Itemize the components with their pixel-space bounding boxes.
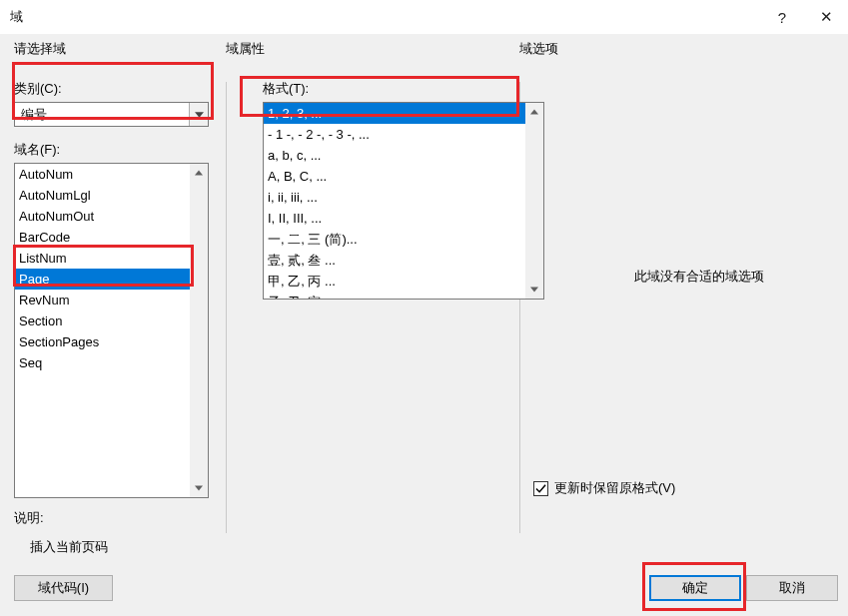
category-combo[interactable]: 编号 bbox=[14, 102, 209, 127]
list-item[interactable]: I, II, III, ... bbox=[264, 208, 525, 229]
chevron-down-icon[interactable] bbox=[189, 103, 208, 126]
list-item[interactable]: 一, 二, 三 (简)... bbox=[264, 229, 525, 250]
list-item[interactable]: Page bbox=[15, 269, 190, 290]
no-options-text: 此域没有合适的域选项 bbox=[564, 218, 834, 286]
fieldname-listbox[interactable]: AutoNumAutoNumLglAutoNumOutBarCodeListNu… bbox=[14, 163, 209, 498]
close-button[interactable]: ✕ bbox=[804, 0, 848, 34]
format-label: 格式(T): bbox=[263, 80, 544, 98]
description-text: 插入当前页码 bbox=[30, 538, 108, 556]
fieldname-label: 域名(F): bbox=[14, 141, 209, 159]
list-item[interactable]: BarCode bbox=[15, 227, 190, 248]
scroll-up-icon[interactable] bbox=[190, 164, 208, 182]
list-item[interactable]: 甲, 乙, 丙 ... bbox=[264, 271, 525, 292]
list-item[interactable]: a, b, c, ... bbox=[264, 145, 525, 166]
list-item[interactable]: Section bbox=[15, 310, 190, 331]
format-listbox[interactable]: 1, 2, 3, ...- 1 -, - 2 -, - 3 -, ...a, b… bbox=[263, 102, 544, 300]
select-field-header: 请选择域 bbox=[14, 40, 226, 58]
list-item[interactable]: A, B, C, ... bbox=[264, 166, 525, 187]
list-item[interactable]: 壹, 贰, 叁 ... bbox=[264, 250, 525, 271]
list-item[interactable]: 1, 2, 3, ... bbox=[264, 103, 525, 124]
description-label: 说明: bbox=[14, 509, 44, 527]
scroll-down-icon[interactable] bbox=[190, 479, 208, 497]
category-label: 类别(C): bbox=[14, 80, 209, 98]
field-codes-button[interactable]: 域代码(I) bbox=[14, 575, 113, 601]
list-item[interactable]: 子, 丑, 寅 ... bbox=[264, 292, 525, 299]
list-item[interactable]: AutoNumOut bbox=[15, 206, 190, 227]
scroll-down-icon[interactable] bbox=[525, 281, 543, 299]
scrollbar[interactable] bbox=[525, 103, 543, 299]
list-item[interactable]: Seq bbox=[15, 352, 190, 373]
scrollbar[interactable] bbox=[190, 164, 208, 497]
cancel-button[interactable]: 取消 bbox=[746, 575, 838, 601]
list-item[interactable]: AutoNumLgl bbox=[15, 185, 190, 206]
options-header: 域选项 bbox=[519, 40, 558, 58]
preserve-format-label: 更新时保留原格式(V) bbox=[554, 479, 675, 497]
ok-button[interactable]: 确定 bbox=[649, 575, 741, 601]
list-item[interactable]: SectionPages bbox=[15, 331, 190, 352]
titlebar: 域 ? ✕ bbox=[0, 0, 848, 34]
button-bar: 域代码(I) 确定 取消 bbox=[0, 560, 848, 616]
help-button[interactable]: ? bbox=[760, 0, 804, 34]
list-item[interactable]: i, ii, iii, ... bbox=[264, 187, 525, 208]
scroll-track[interactable] bbox=[525, 121, 543, 281]
category-value: 编号 bbox=[15, 106, 189, 124]
divider-1 bbox=[226, 82, 227, 533]
dialog-title: 域 bbox=[10, 8, 760, 26]
preserve-format-checkbox[interactable]: 更新时保留原格式(V) bbox=[533, 479, 675, 497]
list-item[interactable]: - 1 -, - 2 -, - 3 -, ... bbox=[264, 124, 525, 145]
list-item[interactable]: AutoNum bbox=[15, 164, 190, 185]
list-item[interactable]: ListNum bbox=[15, 248, 190, 269]
checkbox-icon bbox=[533, 481, 548, 496]
list-item[interactable]: RevNum bbox=[15, 290, 190, 310]
properties-header: 域属性 bbox=[226, 40, 519, 58]
scroll-up-icon[interactable] bbox=[525, 103, 543, 121]
scroll-track[interactable] bbox=[190, 182, 208, 479]
